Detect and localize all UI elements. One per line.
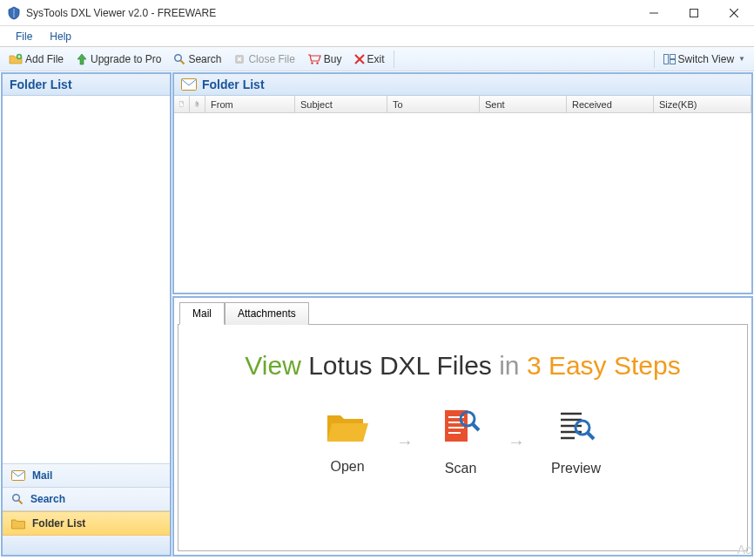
preview-tabs: Mail Attachments (179, 301, 748, 324)
folder-tree-header: Folder List (3, 74, 170, 96)
nav-mail-label: Mail (32, 469, 52, 482)
nav-search[interactable]: Search (3, 488, 170, 511)
main-content: Folder List Mail Search Folder List Fold (0, 71, 754, 557)
title-bar: SysTools DXL Viewer v2.0 - FREEWARE (0, 0, 754, 26)
search-button[interactable]: Search (168, 51, 226, 67)
tab-attachments[interactable]: Attachments (225, 302, 309, 325)
step-scan-label: Scan (445, 461, 476, 476)
column-sent[interactable]: Sent (480, 96, 567, 112)
list-search-icon (555, 407, 597, 449)
exit-label: Exit (367, 53, 385, 65)
column-subject[interactable]: Subject (295, 96, 387, 112)
message-list-panel: Folder List From Subject To Sent Receive… (172, 72, 753, 294)
arrow-up-icon (76, 53, 88, 65)
svg-point-14 (13, 495, 20, 502)
switch-view-label: Switch View (678, 53, 734, 65)
maximize-button[interactable] (674, 0, 714, 26)
folder-icon (11, 518, 25, 530)
svg-line-6 (181, 60, 185, 64)
svg-line-31 (588, 433, 594, 439)
message-list-body[interactable] (174, 113, 751, 293)
x-icon (354, 54, 365, 64)
menu-help[interactable]: Help (41, 28, 80, 45)
folder-open-icon (325, 408, 370, 447)
add-file-button[interactable]: Add File (3, 51, 69, 68)
folder-tree-panel: Folder List Mail Search Folder List (1, 72, 172, 557)
svg-rect-11 (670, 54, 675, 58)
promo-word-1: View (245, 351, 300, 380)
column-from[interactable]: From (205, 96, 295, 112)
arrow-right-icon: → (508, 432, 525, 452)
mail-icon (181, 78, 197, 91)
promo-word-2: Lotus DXL Files (308, 351, 492, 380)
upgrade-label: Upgrade to Pro (91, 53, 161, 65)
svg-rect-16 (182, 79, 197, 91)
search-icon (173, 53, 185, 65)
upgrade-button[interactable]: Upgrade to Pro (71, 51, 166, 67)
document-search-icon (440, 407, 481, 449)
column-received[interactable]: Received (567, 96, 654, 112)
toolbar-separator (394, 51, 394, 68)
exit-button[interactable]: Exit (349, 51, 390, 67)
promo-word-3: in (499, 351, 519, 380)
svg-point-9 (316, 62, 318, 64)
folder-add-icon (9, 52, 23, 66)
close-file-button: Close File (228, 51, 300, 67)
column-headers: From Subject To Sent Received Size(KB) (174, 96, 751, 113)
svg-point-8 (311, 62, 313, 64)
switch-view-button[interactable]: Switch View ▼ (658, 51, 751, 67)
buy-button[interactable]: Buy (302, 51, 347, 67)
message-list-title: Folder List (202, 78, 265, 91)
toolbar: Add File Upgrade to Pro Search Close Fil… (0, 47, 754, 71)
chevron-down-icon: ▼ (738, 55, 745, 63)
step-open-label: Open (330, 459, 364, 475)
step-open: Open (325, 408, 370, 475)
close-button[interactable] (714, 0, 754, 26)
tab-mail[interactable]: Mail (179, 302, 225, 325)
svg-line-24 (473, 424, 479, 430)
app-icon (7, 6, 21, 20)
step-scan: Scan (440, 407, 481, 476)
close-file-icon (233, 53, 246, 65)
menu-file[interactable]: File (7, 28, 41, 45)
cart-icon (307, 53, 321, 65)
minimize-button[interactable] (634, 0, 674, 26)
preview-content: View Lotus DXL Files in 3 Easy Steps Ope… (178, 324, 748, 551)
close-file-label: Close File (248, 53, 294, 65)
promo-word-4: 3 Easy Steps (527, 351, 681, 380)
layout-icon (663, 54, 676, 64)
svg-rect-17 (179, 102, 184, 106)
message-list-header: Folder List (174, 74, 751, 96)
add-file-label: Add File (25, 53, 64, 65)
nav-folder-list-label: Folder List (32, 517, 85, 530)
column-attachment[interactable] (190, 96, 205, 112)
preview-panel: Mail Attachments View Lotus DXL Files in… (172, 296, 753, 557)
column-icon[interactable] (174, 96, 190, 112)
search-icon (11, 493, 24, 505)
step-preview-label: Preview (551, 461, 601, 476)
watermark: Ac (737, 543, 751, 557)
promo-steps: Open → Scan → Preview (187, 407, 738, 476)
mail-icon (11, 470, 25, 481)
svg-rect-10 (663, 54, 668, 64)
svg-point-30 (576, 421, 589, 435)
arrow-right-icon: → (396, 432, 414, 452)
nav-folder-list[interactable]: Folder List (3, 511, 170, 536)
folder-tree[interactable] (3, 96, 170, 463)
search-label: Search (188, 53, 221, 65)
navigation-buttons: Mail Search Folder List (3, 463, 170, 555)
svg-rect-12 (670, 59, 675, 64)
step-preview: Preview (551, 407, 601, 476)
svg-point-5 (175, 54, 182, 61)
promo-heading: View Lotus DXL Files in 3 Easy Steps (245, 351, 680, 381)
window-title: SysTools DXL Viewer v2.0 - FREEWARE (26, 7, 634, 19)
svg-rect-13 (12, 471, 25, 481)
window-controls (634, 0, 754, 25)
nav-search-label: Search (30, 493, 65, 505)
menu-bar: File Help (0, 26, 754, 47)
column-size[interactable]: Size(KB) (654, 96, 751, 112)
nav-mail[interactable]: Mail (3, 464, 170, 488)
buy-label: Buy (324, 53, 342, 65)
right-panel: Folder List From Subject To Sent Receive… (172, 72, 753, 557)
column-to[interactable]: To (387, 96, 480, 112)
